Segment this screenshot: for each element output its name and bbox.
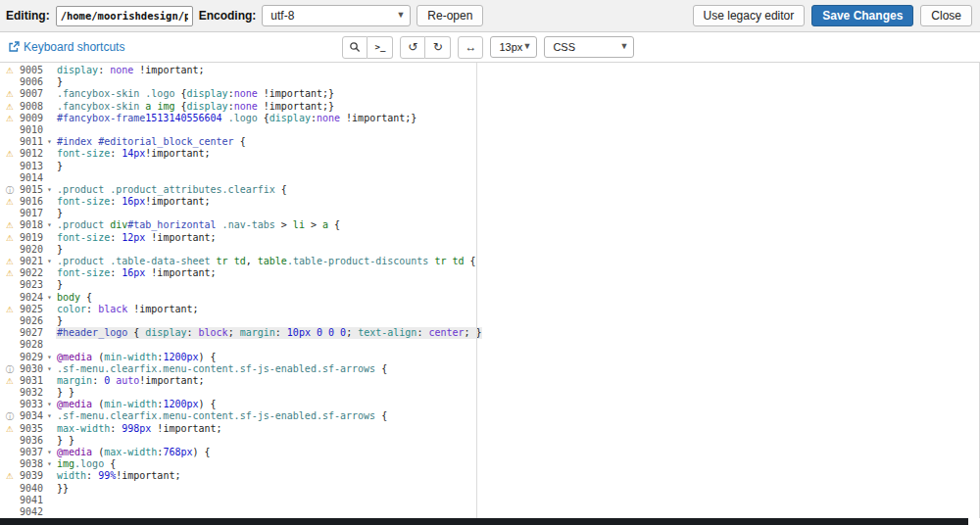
- code-text[interactable]: color: black !important;: [56, 304, 199, 315]
- code-text[interactable]: } }: [56, 387, 74, 399]
- line-number: 9016: [18, 196, 43, 208]
- gutter-spacer: [2, 458, 18, 470]
- line-number: 9035: [18, 423, 43, 435]
- fold-arrow-icon[interactable]: ▾: [43, 184, 56, 196]
- code-line: ⚠9039width: 99%!important;: [2, 470, 979, 482]
- code-text[interactable]: width: 99%!important;: [56, 470, 180, 482]
- code-editor[interactable]: ⚠9005display: none !important;9006}⚠9007…: [0, 62, 980, 518]
- undo-button[interactable]: ↺: [400, 36, 425, 59]
- code-line: 9028: [2, 339, 979, 351]
- code-line: ⚠9005display: none !important;: [2, 65, 979, 76]
- code-line: 9027#header_logo { display: block; margi…: [2, 327, 979, 339]
- fold-arrow-icon[interactable]: ▾: [43, 363, 56, 375]
- code-text[interactable]: [56, 495, 57, 506]
- code-text[interactable]: img.logo {: [56, 458, 116, 470]
- code-line: ⚠9022font-size: 16px !important;: [2, 267, 979, 279]
- code-line: ⓘ9034▾.sf-menu.clearfix.menu-content.sf-…: [2, 410, 979, 422]
- code-text[interactable]: }}: [56, 483, 69, 495]
- fold-arrow-icon[interactable]: ▾: [43, 399, 56, 410]
- code-line: 9041: [2, 495, 979, 506]
- code-text[interactable]: body {: [56, 292, 92, 304]
- gutter-spacer: [2, 506, 18, 518]
- code-text[interactable]: .fancybox-skin a img {display:none !impo…: [56, 101, 334, 113]
- code-text[interactable]: }: [56, 161, 63, 172]
- line-number: 9019: [18, 232, 43, 244]
- code-text[interactable]: [56, 172, 57, 184]
- line-number: 9008: [18, 101, 43, 113]
- fold-arrow-icon[interactable]: ▾: [43, 410, 56, 422]
- legacy-editor-button[interactable]: Use legacy editor: [693, 5, 806, 26]
- fold-arrow-icon[interactable]: ▾: [43, 292, 56, 304]
- info-icon: ⓘ: [2, 363, 18, 375]
- code-text[interactable]: @media (min-width:1200px) {: [56, 352, 217, 363]
- line-number: 9017: [18, 208, 43, 219]
- code-line: ⚠9018▾.product div#tab_horizontal .nav-t…: [2, 219, 979, 231]
- word-wrap-button[interactable]: ↔: [458, 36, 483, 59]
- code-line: ⓘ9030▾.sf-menu.clearfix.menu-content.sf-…: [2, 363, 979, 375]
- keyboard-shortcuts-link[interactable]: Keyboard shortcuts: [8, 40, 124, 54]
- code-text[interactable]: @media (min-width:1200px) {: [56, 399, 217, 410]
- code-text[interactable]: @media (max-width:768px) {: [56, 447, 211, 458]
- command-line-button[interactable]: >_: [368, 36, 393, 59]
- code-text[interactable]: font-size: 12px !important;: [56, 232, 217, 244]
- code-text[interactable]: #fancybox-frame1513140556604 .logo {disp…: [56, 113, 416, 124]
- line-number: 9011: [18, 136, 43, 148]
- line-number: 9031: [18, 375, 43, 387]
- code-text[interactable]: font-size: 16px !important;: [56, 267, 217, 279]
- code-text[interactable]: }: [56, 208, 63, 219]
- redo-button[interactable]: ↻: [425, 36, 451, 59]
- fold-spacer: [43, 76, 56, 88]
- code-text[interactable]: .fancybox-skin .logo {display:none !impo…: [56, 88, 334, 100]
- gutter-spacer: [2, 352, 18, 363]
- fold-arrow-icon[interactable]: ▾: [43, 352, 56, 363]
- gutter-spacer: [2, 161, 18, 172]
- keyboard-shortcuts-label: Keyboard shortcuts: [24, 40, 124, 54]
- code-text[interactable]: font-size: 16px!important;: [56, 196, 211, 208]
- code-text[interactable]: [56, 339, 57, 351]
- warning-icon: ⚠: [2, 304, 18, 315]
- code-text[interactable]: .product .table-data-sheet tr td, table.…: [56, 256, 476, 267]
- code-text[interactable]: }: [56, 279, 63, 291]
- code-text[interactable]: }: [56, 315, 63, 327]
- fold-arrow-icon[interactable]: ▾: [43, 219, 56, 231]
- font-size-select[interactable]: 13px ▼: [490, 36, 537, 58]
- code-text[interactable]: margin: 0 auto!important;: [56, 375, 205, 387]
- code-text[interactable]: [56, 124, 57, 136]
- close-button[interactable]: Close: [920, 5, 972, 26]
- fold-spacer: [43, 304, 56, 315]
- fold-arrow-icon[interactable]: ▾: [43, 447, 56, 458]
- code-text[interactable]: .sf-menu.clearfix.menu-content.sf-js-ena…: [56, 410, 387, 422]
- save-changes-button[interactable]: Save Changes: [811, 5, 913, 26]
- code-line: 9010: [2, 124, 979, 136]
- encoding-select[interactable]: utf-8 ▼: [262, 5, 411, 26]
- code-text[interactable]: }: [56, 76, 63, 88]
- line-number: 9027: [18, 327, 43, 339]
- external-link-icon: [8, 41, 20, 53]
- line-number: 9012: [18, 148, 43, 160]
- code-text[interactable]: .product div#tab_horizontal .nav-tabs > …: [56, 219, 340, 231]
- code-text[interactable]: [56, 506, 57, 518]
- code-text[interactable]: font-size: 14px!important;: [56, 148, 211, 160]
- code-text[interactable]: }: [56, 244, 63, 256]
- code-text[interactable]: .sf-menu.clearfix.menu-content.sf-js-ena…: [56, 363, 387, 375]
- search-button[interactable]: [342, 36, 368, 59]
- code-text[interactable]: } }: [56, 435, 74, 447]
- code-line: 9032} }: [2, 387, 979, 399]
- encoding-value: utf-8: [270, 9, 294, 23]
- syntax-mode-select[interactable]: CSS ▼: [544, 36, 634, 58]
- code-text[interactable]: max-width: 998px !important;: [56, 423, 222, 435]
- reopen-button[interactable]: Re-open: [416, 5, 483, 26]
- fold-arrow-icon[interactable]: ▾: [43, 136, 56, 148]
- code-text[interactable]: #index #editorial_block_center {: [56, 136, 246, 148]
- code-text[interactable]: #header_logo { display: block; margin: 1…: [56, 327, 482, 339]
- code-text[interactable]: .product .product_attributes.clearfix {: [56, 184, 287, 196]
- word-wrap-icon: ↔: [465, 40, 476, 54]
- code-text[interactable]: display: none !important;: [56, 65, 205, 76]
- gutter-spacer: [2, 76, 18, 88]
- warning-icon: ⚠: [2, 232, 18, 244]
- fold-arrow-icon[interactable]: ▾: [43, 256, 56, 267]
- fold-spacer: [43, 435, 56, 447]
- fold-arrow-icon[interactable]: ▾: [43, 458, 56, 470]
- file-path-input[interactable]: [56, 6, 193, 26]
- warning-icon: ⚠: [2, 423, 18, 435]
